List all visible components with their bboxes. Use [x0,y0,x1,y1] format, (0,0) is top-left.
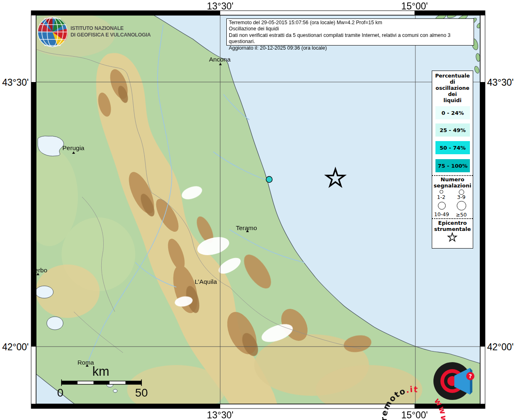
ingv-globe-icon [38,17,68,47]
legend-epicenter-star-icon [446,232,458,244]
count-label-50plus: ≥50 [452,212,470,218]
event-info-box: Terremoto del 29-05-2015 15:07:56 (ora l… [226,18,474,46]
ingv-wordmark-line2: DI GEOFISICA E VULCANOLOGIA [71,32,151,38]
axis-label-lon-right-bottom: 15°00' [394,410,435,420]
count-label-10-49: 10-49 [433,211,451,217]
axis-label-lat-bottom-left: 42°00' [0,342,29,353]
count-label-1-2: 1-2 [432,194,450,200]
legend-swatch-0-24: 0 - 24% [435,106,470,119]
count-circle-1-2 [440,190,443,194]
legend-divider [432,218,473,219]
legend-counts-title-1: Numero [432,176,473,183]
scalebar-start: 0 [49,386,72,399]
legend-swatch-50-74: 50 - 74% [435,141,470,154]
legend-title-line: oscillazione [432,85,473,91]
legend-panel: Percentuale di oscillazione dei liquidi … [432,71,473,249]
event-updated-at: Aggiornato il: 20-12-2025 09:36 (ora loc… [229,45,472,51]
count-label-3-9: 3-9 [452,194,470,200]
city-label-perugia: Perugia [51,144,96,152]
legend-title-line: liquidi [432,97,473,103]
axis-label-lon-right-top: 15°00' [394,1,435,12]
map-interior [21,12,483,414]
axis-label-lon-left-top: 13°30' [200,1,241,12]
city-label-laquila: L’Aquila [183,278,228,285]
legend-divider [432,175,473,176]
legend-counts-title-2: segnalazioni [432,183,473,189]
event-subtitle: Oscillazione dei liquidi [229,26,472,32]
axis-label-lat-top-right: 43°30' [487,77,515,88]
scalebar-unit: km [80,364,121,379]
url-tld: .it [405,384,419,395]
legend-title: Percentuale di oscillazione dei liquidi [432,71,473,103]
axis-label-lon-left-bottom: 13°30' [200,410,241,420]
legend-epicenter-title-2: strumentale [432,226,473,232]
legend-title-line: dei [432,91,473,97]
legend-title-line: Percentuale [432,73,473,79]
ingv-felt-report-map: { "title_box": { "line1": "Terremoto del… [0,0,515,420]
legend-title-line: di [432,79,473,85]
count-circle-50plus [457,201,466,210]
city-label-viterbo-clipped: terbo [33,267,47,274]
axis-label-lat-top-left: 43°30' [0,77,29,88]
ingv-wordmark-line1: ISTITUTO NAZIONALE [71,25,124,32]
axis-label-lat-bottom-right: 42°00' [487,342,515,353]
city-label-teramo: Teramo [224,224,269,232]
question-mark: ? [469,373,472,379]
city-label-ancona: Ancona [197,56,242,63]
legend-swatch-75-100: 75 - 100% [435,159,470,172]
count-circle-10-49 [438,202,446,210]
event-data-note: Dati non verificati estratti da 5 questi… [229,32,472,45]
felt-report-dot [266,176,272,183]
event-title: Terremoto del 29-05-2015 15:07:56 (ora l… [229,20,472,26]
legend-epicenter-title-1: Epicentro [432,220,473,226]
legend-swatch-25-49: 25 - 49% [435,123,470,137]
scalebar-end: 50 [130,386,153,399]
